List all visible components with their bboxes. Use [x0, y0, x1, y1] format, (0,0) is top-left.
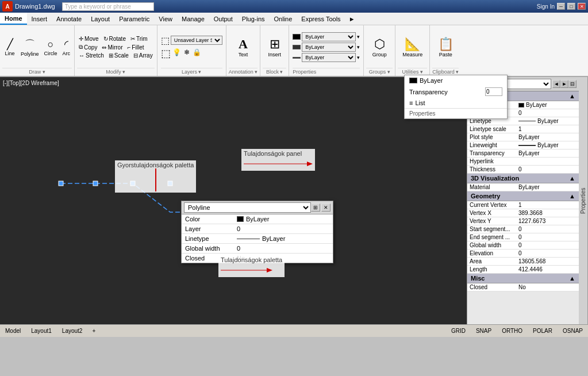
- modify-copy-btn[interactable]: ⧉ Copy: [77, 43, 99, 51]
- status-model[interactable]: Model: [2, 326, 24, 336]
- mirror-icon: ⇔: [102, 44, 106, 51]
- transparency-input[interactable]: [485, 87, 502, 96]
- status-layout2[interactable]: Layout2: [59, 326, 86, 336]
- circle-icon: ○: [48, 39, 54, 51]
- layer-lock-btn[interactable]: 🔒: [191, 47, 202, 60]
- menu-output[interactable]: Output: [209, 13, 237, 25]
- menu-annotate[interactable]: Annotate: [52, 13, 86, 25]
- lineweight-dropdown-icon[interactable]: ▾: [357, 55, 360, 60]
- modify-rotate-btn[interactable]: ↻ Rotate: [102, 35, 128, 43]
- insert-icon: ⊞: [270, 37, 280, 52]
- prop-row-hyperlink: Hyperlink: [467, 158, 579, 166]
- section-geometry[interactable]: Geometry ▲: [467, 191, 579, 201]
- layer-select[interactable]: Unsaved Layer State: [171, 36, 222, 45]
- svg-rect-1: [93, 181, 98, 186]
- status-snap-btn[interactable]: SNAP: [473, 326, 494, 336]
- menu-view[interactable]: View: [154, 13, 177, 25]
- layer-off-btn[interactable]: 💡: [171, 47, 182, 60]
- props-next-btn[interactable]: ►: [560, 80, 568, 88]
- group-btn[interactable]: ⬡ Group: [371, 36, 389, 59]
- lineweight-display: [293, 57, 301, 59]
- props-prev-btn[interactable]: ◄: [552, 80, 560, 88]
- properties-dropdown-list[interactable]: ≡ List: [405, 98, 507, 108]
- prop-row-start-segment: Start segment... 0: [467, 225, 579, 233]
- menu-more[interactable]: ►: [345, 13, 359, 25]
- annotation-text-btn[interactable]: A Text: [237, 36, 250, 59]
- modify-trim-btn[interactable]: ✂ Trim: [129, 35, 149, 43]
- section-3d-collapse-icon: ▲: [569, 175, 575, 182]
- section-3d-visualization[interactable]: 3D Visualization ▲: [467, 174, 579, 183]
- menu-parametric[interactable]: Parametric: [114, 13, 154, 25]
- modify-mirror-btn[interactable]: ⇔ Mirror: [100, 43, 124, 51]
- qp-row-color: Color ByLayer: [182, 214, 333, 224]
- status-add-layout[interactable]: +: [90, 327, 98, 335]
- prop-row-vertex-y: Vertex Y 1227.6673: [467, 217, 579, 225]
- search-box[interactable]: Type a keyword or phrase: [62, 2, 154, 11]
- measure-btn[interactable]: 📐 Measure: [401, 36, 424, 59]
- properties-vertical-label: Properties: [579, 77, 588, 324]
- svg-marker-8: [267, 268, 272, 273]
- section-misc[interactable]: Misc ▲: [467, 274, 579, 283]
- layer-icon: ⬚: [161, 35, 170, 46]
- linetype-select[interactable]: ByLayer: [302, 43, 356, 52]
- status-layout1[interactable]: Layout1: [28, 326, 55, 336]
- draw-polyline-btn[interactable]: ⌒ Polyline: [19, 36, 41, 58]
- status-grid-btn[interactable]: GRID: [448, 326, 468, 336]
- status-polar-btn[interactable]: POLAR: [530, 326, 555, 336]
- callout-quick-props: Gyorstulajdonságok paletta: [115, 160, 196, 193]
- qp-linetype-display: [237, 239, 260, 239]
- quick-properties-palette: Polyline ⊞ ✕ Color ByLayer Layer 0 Linet…: [181, 201, 333, 263]
- prop-row-transparency: Transparency ByLayer: [467, 149, 579, 158]
- svg-rect-0: [59, 181, 63, 186]
- draw-arc-btn[interactable]: ◜ Arc: [61, 37, 72, 57]
- color-dropdown-icon[interactable]: ▾: [357, 34, 360, 40]
- properties-dropdown-properties[interactable]: Properties: [405, 108, 507, 118]
- menu-insert[interactable]: Insert: [27, 13, 52, 25]
- layer-prop-btn[interactable]: ⬚: [161, 47, 171, 60]
- sign-in-link[interactable]: Sign In: [537, 3, 555, 10]
- window-close-btn[interactable]: ✕: [578, 3, 586, 10]
- modify-stretch-btn[interactable]: ↔ Stretch: [77, 52, 106, 59]
- prop-row-global-width: Global width 0: [467, 241, 579, 250]
- modify-fillet-btn[interactable]: ⌐ Fillet: [126, 43, 146, 51]
- status-osnap-btn[interactable]: OSNAP: [560, 326, 586, 336]
- move-icon: ✛: [79, 36, 83, 42]
- menu-plugins[interactable]: Plug-ins: [237, 13, 270, 25]
- modify-scale-btn[interactable]: ⊞ Scale: [107, 52, 130, 59]
- lineweight-select[interactable]: ByLayer: [302, 53, 356, 62]
- color-select[interactable]: ByLayer: [302, 32, 356, 41]
- menu-manage[interactable]: Manage: [177, 13, 209, 25]
- paste-btn[interactable]: 📋 Paste: [436, 36, 455, 59]
- layer-freeze-btn[interactable]: ❄: [183, 47, 191, 60]
- menu-layout[interactable]: Layout: [86, 13, 114, 25]
- section-general-collapse-icon: ▲: [569, 93, 575, 99]
- linetype-dropdown-icon[interactable]: ▾: [357, 44, 360, 50]
- text-icon: A: [239, 37, 248, 52]
- qp-type-select[interactable]: Polyline: [184, 202, 311, 213]
- callout-props-panel: Tulajdonságok panel: [241, 149, 315, 171]
- draw-line-btn[interactable]: ╱ Line: [2, 37, 17, 57]
- menu-express-tools[interactable]: Express Tools: [297, 13, 345, 25]
- modify-array-btn[interactable]: ⊟ Array: [132, 52, 155, 59]
- properties-dropdown-transparency[interactable]: Transparency: [405, 86, 507, 98]
- scale-icon: ⊞: [109, 52, 113, 59]
- menu-online[interactable]: Online: [270, 13, 297, 25]
- group-icon: ⬡: [374, 37, 385, 52]
- trim-icon: ✂: [130, 36, 135, 42]
- window-maximize-btn[interactable]: □: [567, 3, 575, 10]
- qp-color-swatch: [237, 216, 244, 222]
- qp-close-btn[interactable]: ✕: [321, 204, 330, 212]
- properties-dropdown-bylayer[interactable]: ByLayer: [405, 75, 507, 86]
- status-ortho-btn[interactable]: ORTHO: [499, 326, 525, 336]
- draw-circle-btn[interactable]: ○ Circle: [43, 37, 59, 57]
- block-insert-btn[interactable]: ⊞ Insert: [266, 36, 283, 59]
- prop-row-current-vertex: Current Vertex 1: [467, 201, 579, 209]
- polyline-icon: ⌒: [25, 37, 35, 51]
- bylayer-color-swatch: [409, 78, 417, 83]
- props-toggle-btn[interactable]: ⊟: [568, 80, 577, 88]
- modify-move-btn[interactable]: ✛ Move: [77, 35, 100, 43]
- window-minimize-btn[interactable]: ─: [557, 3, 565, 10]
- prop-row-thickness: Thickness 0: [467, 166, 579, 174]
- menu-home[interactable]: Home: [0, 13, 27, 25]
- qp-customize-btn[interactable]: ⊞: [311, 204, 320, 212]
